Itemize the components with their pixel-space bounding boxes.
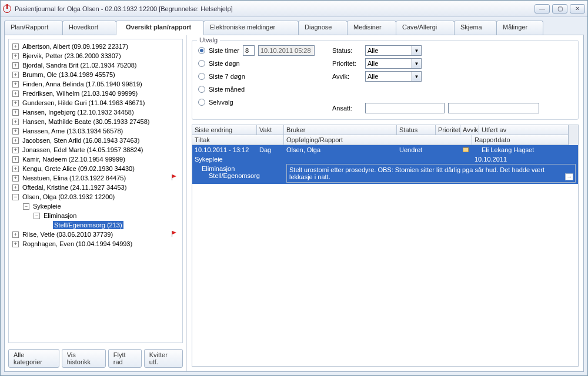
col-oppfolging[interactable]: Oppfølging/Rapport [284, 135, 472, 145]
tree-item[interactable]: +Finden, Anna Belinda (17.05.1940 99819) [10, 79, 181, 89]
cell-utfort-av: Eli Lekang Hagset [479, 145, 578, 155]
radio-siste-dogn[interactable] [198, 60, 205, 67]
rapport-expand-button[interactable]: → [565, 173, 573, 180]
tree-item-label: Hansen, Ingebjørg (12.10.1932 34458) [21, 108, 135, 116]
col-prioritet[interactable]: Prioritet [436, 125, 460, 135]
tree-item[interactable]: +Hansen, Ingebjørg (12.10.1932 34458) [10, 108, 181, 117]
tree-item[interactable]: +Albertson, Albert (09.09.1992 22317) [10, 42, 181, 51]
tree-expander[interactable]: + [12, 62, 19, 69]
col-avvik[interactable]: Avvik [460, 125, 479, 135]
status-select[interactable] [365, 45, 412, 56]
tree-expander[interactable]: + [12, 53, 19, 59]
grid-selected-block[interactable]: 10.10.2011 - 13:12 Dag Olsen, Olga Uendr… [192, 145, 578, 184]
tab-skjema[interactable]: Skjema [454, 21, 497, 35]
col-rapportdato[interactable]: Rapportdato [472, 135, 569, 145]
rapport-text-box[interactable]: Stelt urostomi etter prosedyre. OBS: Sto… [286, 164, 576, 183]
tree-expander[interactable]: + [12, 166, 19, 172]
tree-item[interactable]: +Bjordal, Sandra Brit (21.02.1934 75208) [10, 61, 181, 70]
col-tiltak[interactable]: Tiltak [192, 135, 284, 145]
ansatt-input-2[interactable] [448, 103, 539, 113]
tree-item-label: Albertson, Albert (09.09.1992 22317) [21, 42, 129, 51]
avvik-select[interactable] [365, 71, 412, 82]
tab-hovedkort[interactable]: Hovedkort [62, 21, 116, 35]
tree-expander[interactable]: + [12, 137, 19, 144]
tree-expander[interactable]: − [23, 203, 29, 210]
tree-item[interactable]: +Kengu, Grete Alice (09.02.1930 34430) [10, 164, 181, 173]
patient-tree[interactable]: +Albertson, Albert (09.09.1992 22317)+Bj… [8, 39, 183, 343]
tree-item[interactable]: +Kamir, Nadeem (22.10.1954 99999) [10, 155, 181, 164]
tree-expander[interactable]: − [34, 213, 40, 219]
col-vakt[interactable]: Vakt [257, 125, 284, 135]
tree-expander[interactable]: + [12, 72, 19, 78]
tree-expander[interactable]: + [12, 43, 19, 50]
radio-siste-maned[interactable] [198, 86, 205, 93]
tree-item-label: Olsen, Olga (02.03.1932 12200) [21, 193, 116, 201]
time-filter-radios: Siste timer Siste døgn Siste 7 døgn Sist… [198, 45, 315, 113]
tree-item[interactable]: Stell/Egenomsorg (213) [10, 220, 181, 230]
tree-item-label: Brumm, Ole (13.04.1989 45575) [21, 70, 116, 79]
col-status[interactable]: Status [397, 125, 436, 135]
tree-item[interactable]: +Riise, Vetle (03.06.2010 37739) [10, 230, 181, 239]
radio-siste-timer[interactable] [198, 47, 205, 54]
tree-item[interactable]: −Sykepleie [10, 202, 181, 211]
move-row-button[interactable]: Flytt rad [108, 349, 142, 368]
prioritet-dropdown-button[interactable]: ▼ [412, 58, 422, 69]
status-filters: Status: ▼ Prioritet: ▼ Avvik: ▼ Ansatt [332, 45, 539, 113]
status-dropdown-button[interactable]: ▼ [412, 45, 422, 56]
col-utfort-av[interactable]: Utført av [479, 125, 569, 135]
col-bruker[interactable]: Bruker [284, 125, 397, 135]
close-button[interactable]: ✕ [570, 4, 585, 14]
tree-item-label: Jonassen, Edel Marte (14.05.1957 38824) [21, 146, 144, 154]
tree-expander[interactable]: + [12, 109, 19, 116]
tab-elektroniske-meldinger[interactable]: Elektroniske meldinger [203, 21, 299, 35]
tree-expander[interactable]: + [12, 184, 19, 191]
prioritet-select[interactable] [365, 58, 412, 69]
kvitter-button[interactable]: Kvitter utf. [144, 349, 183, 368]
tree-item-label: Kengu, Grete Alice (09.02.1930 34430) [21, 164, 136, 173]
tab-oversikt-plan-rapport[interactable]: Oversikt plan/rapport [116, 21, 204, 35]
tree-expander[interactable]: + [12, 81, 19, 88]
tree-expander[interactable]: + [12, 241, 19, 247]
tree-item[interactable]: +Jacobsen, Sten Arild (16.08.1943 37463) [10, 136, 181, 145]
grid-body[interactable]: 10.10.2011 - 13:12 Dag Olsen, Olga Uendr… [192, 145, 578, 366]
cell-siste-endring: 10.10.2011 - 13:12 [192, 145, 257, 155]
tab-plan-rapport[interactable]: Plan/Rapport [4, 21, 63, 35]
maximize-button[interactable]: ▢ [552, 4, 567, 14]
tree-expander[interactable]: + [12, 231, 19, 238]
tree-item[interactable]: +Nesstuen, Elina (12.03.1922 84475) [10, 173, 181, 183]
tree-item[interactable]: +Oftedal, Kristine (24.11.1927 34453) [10, 183, 181, 192]
col-siste-endring[interactable]: Siste endring [192, 125, 257, 135]
tree-item[interactable]: +Gundersen, Hilde Guri (11.04.1963 46671… [10, 98, 181, 108]
tree-item[interactable]: +Hansen, Mathilde Beate (30.05.1933 2745… [10, 117, 181, 126]
tree-expander[interactable]: + [12, 128, 19, 135]
radio-siste-7[interactable] [198, 73, 205, 80]
tree-expander[interactable]: + [12, 90, 19, 97]
tree-item[interactable]: +Jonassen, Edel Marte (14.05.1957 38824) [10, 145, 181, 155]
tree-item[interactable]: +Bjervik, Petter (23.06.2000 33307) [10, 51, 181, 61]
all-categories-button[interactable]: Alle kategorier [8, 349, 59, 368]
radio-selvvalg[interactable] [198, 99, 205, 106]
timer-value-input[interactable] [243, 45, 255, 56]
rapport-text: Stelt urostomi etter prosedyre. OBS: Sto… [289, 166, 544, 180]
tree-expander[interactable]: − [12, 194, 19, 200]
tree-expander[interactable]: + [12, 100, 19, 106]
tab-m-linger[interactable]: Målinger [496, 21, 543, 35]
tab-cave-allergi[interactable]: Cave/Allergi [396, 21, 455, 35]
tab-medisiner[interactable]: Medisiner [347, 21, 396, 35]
tree-expander[interactable]: + [12, 119, 19, 125]
tree-item[interactable]: +Brumm, Ole (13.04.1989 45575) [10, 70, 181, 79]
tree-item[interactable]: +Rognhagen, Even (10.04.1994 94993) [10, 239, 181, 249]
tree-expander[interactable]: + [12, 147, 19, 153]
tree-item[interactable]: +Fredriksen, Wilhelm (21.03.1940 99999) [10, 89, 181, 98]
show-history-button[interactable]: Vis historikk [62, 349, 106, 368]
avvik-dropdown-button[interactable]: ▼ [412, 71, 422, 82]
ansatt-input-1[interactable] [365, 103, 445, 113]
minimize-button[interactable]: — [534, 4, 550, 14]
tree-expander[interactable]: + [12, 156, 19, 163]
tree-item[interactable]: +Hanssen, Arne (13.03.1934 56578) [10, 126, 181, 136]
tree-item[interactable]: −Olsen, Olga (02.03.1932 12200) [10, 192, 181, 202]
tree-expander[interactable]: + [12, 175, 19, 182]
tree-item[interactable]: −Eliminasjon [10, 211, 181, 220]
titlebar: Pasientjournal for Olga Olsen - 02.03.19… [1, 1, 587, 17]
tab-diagnose[interactable]: Diagnose [298, 21, 348, 35]
